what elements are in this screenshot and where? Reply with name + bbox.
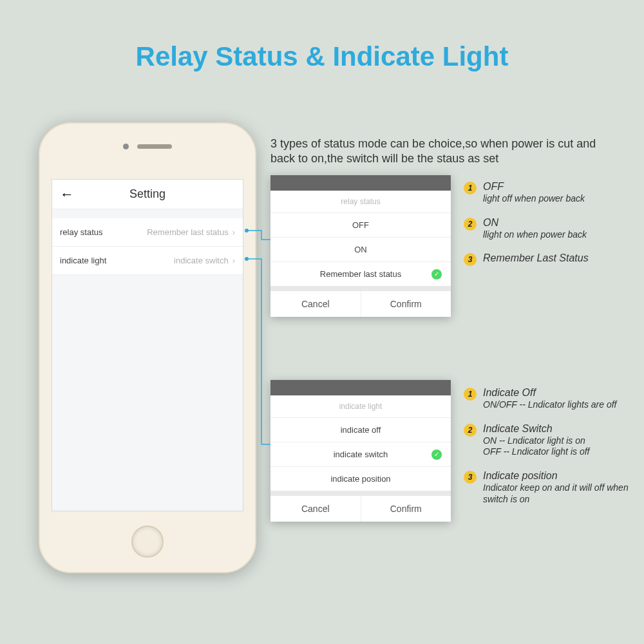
phone-camera-icon (123, 144, 129, 149)
option-label: OFF (352, 220, 369, 230)
option-label: ON (354, 245, 367, 254)
sheet-indicate-light: indicate light indicate off indicate swi… (270, 380, 451, 522)
annot-number-badge: 1 (464, 182, 477, 194)
row-value: indicate switch (106, 256, 228, 265)
row-relay-status[interactable]: relay status Remember last status › (52, 218, 243, 247)
confirm-button[interactable]: Confirm (361, 496, 451, 522)
annot-item: 1 OFF light off when power back (464, 180, 638, 205)
sheet-grey-bar (270, 380, 451, 395)
option-label: indicate switch (334, 450, 388, 459)
annot-number-badge: 1 (464, 388, 477, 401)
annot-title: ON (483, 216, 587, 229)
sheet-title: indicate light (270, 395, 451, 417)
home-button[interactable] (131, 526, 164, 558)
annot-item: 3 Indicate position Indicator keep on an… (464, 469, 638, 505)
row-label: indicate light (60, 256, 106, 265)
phone-speaker-icon (137, 144, 172, 149)
chevron-right-icon: › (232, 256, 235, 265)
page-title: Relay Status & Indicate Light (0, 0, 644, 93)
chevron-right-icon: › (232, 227, 235, 237)
confirm-button[interactable]: Confirm (361, 291, 451, 317)
annot-item: 1 Indicate Off ON/OFF -- Lndicator light… (464, 386, 638, 411)
arrow-left-icon: ← (60, 186, 74, 202)
annot-item: 2 Indicate Switch ON -- Lndicator light … (464, 422, 638, 458)
option-label: Remember last status (320, 269, 401, 279)
annot-desc: Indicator keep on and it will off when s… (483, 482, 638, 505)
sheet-title: relay status (270, 191, 451, 213)
annot-title: Indicate Off (483, 386, 616, 399)
option-off[interactable]: OFF (270, 213, 451, 237)
annot-title: OFF (483, 180, 585, 193)
annot-desc: light off when power back (483, 193, 585, 205)
annot-desc: ON/OFF -- Lndicator lights are off (483, 399, 616, 411)
cancel-button[interactable]: Cancel (270, 291, 361, 317)
row-label: relay status (60, 227, 102, 237)
nav-title: Setting (82, 187, 213, 201)
intro-text: 3 types of status mode can be choice,so … (270, 137, 618, 166)
phone-mockup: ← Setting relay status Remember last sta… (39, 122, 256, 573)
annot-title: Indicate Switch (483, 422, 589, 435)
settings-list: relay status Remember last status › indi… (52, 218, 243, 275)
annotation-list-top: 1 OFF light off when power back 2 ON lli… (464, 180, 638, 278)
option-indicate-position[interactable]: indicate position (270, 466, 451, 491)
sheet-grey-bar (270, 175, 451, 191)
annotation-list-bottom: 1 Indicate Off ON/OFF -- Lndicator light… (464, 386, 638, 516)
annot-number-badge: 3 (464, 253, 477, 266)
option-indicate-switch[interactable]: indicate switch ✓ (270, 442, 451, 466)
annot-title: Indicate position (483, 469, 638, 482)
annot-number-badge: 2 (464, 424, 477, 437)
annot-item: 3 Remember Last Status (464, 252, 638, 266)
nav-bar: ← Setting (52, 180, 243, 209)
annot-desc: llight on when power back (483, 229, 587, 241)
phone-screen: ← Setting relay status Remember last sta… (52, 179, 243, 511)
annot-title: Remember Last Status (483, 252, 589, 264)
cancel-button[interactable]: Cancel (270, 496, 361, 522)
annot-item: 2 ON llight on when power back (464, 216, 638, 241)
annot-number-badge: 2 (464, 218, 477, 231)
option-label: indicate position (330, 474, 390, 484)
annot-number-badge: 3 (464, 471, 477, 484)
annot-desc: ON -- Lndicator light is on OFF -- Lndic… (483, 435, 589, 458)
sheet-relay-status: relay status OFF ON Remember last status… (270, 175, 451, 317)
option-label: indicate off (341, 425, 381, 435)
option-remember[interactable]: Remember last status ✓ (270, 261, 451, 286)
check-icon: ✓ (431, 450, 442, 460)
check-icon: ✓ (431, 269, 442, 279)
option-indicate-off[interactable]: indicate off (270, 417, 451, 442)
phone-top (40, 124, 255, 152)
back-button[interactable]: ← (52, 186, 82, 203)
row-value: Remember last status (102, 227, 228, 237)
option-on[interactable]: ON (270, 237, 451, 261)
row-indicate-light[interactable]: indicate light indicate switch › (52, 247, 243, 275)
